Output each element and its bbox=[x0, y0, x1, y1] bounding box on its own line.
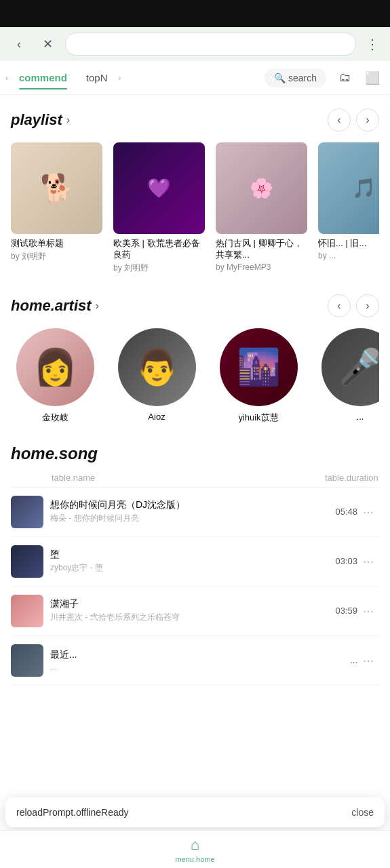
artist-avatar-4: 🎤 bbox=[321, 328, 380, 406]
playlist-nav-arrows: ‹ › bbox=[328, 108, 379, 132]
list-item[interactable]: 💜 欧美系 | 歌荒患者必备良药 by 刘明野 bbox=[113, 142, 205, 274]
list-item[interactable]: 🐕 测试歌单标题 by 刘明野 bbox=[11, 142, 102, 274]
song-meta-3: 川井憲次 - 弐拾壱乐系列之乐临苍穹 bbox=[50, 612, 324, 623]
song-duration-1: 05:48 bbox=[324, 507, 357, 517]
toast-close-button[interactable]: close bbox=[351, 807, 374, 818]
artist-name-3: yihuik苡慧 bbox=[238, 412, 278, 424]
table-row[interactable]: 堕 zyboy忠宇 - 堕 03:03 ··· bbox=[11, 537, 379, 587]
search-button[interactable]: 🔍 search bbox=[265, 68, 326, 87]
playlist-cover-3: 🌸 bbox=[216, 142, 307, 234]
status-bar bbox=[0, 0, 390, 27]
song-info-4: 最近... ... bbox=[50, 649, 324, 672]
song-more-button-1[interactable]: ··· bbox=[357, 501, 379, 523]
song-info-3: 潇湘子 川井憲次 - 弐拾壱乐系列之乐临苍穹 bbox=[50, 598, 324, 623]
song-info-2: 堕 zyboy忠宇 - 堕 bbox=[50, 549, 324, 574]
tab-left-arrow: ‹ bbox=[5, 73, 8, 83]
artist-name-4: ... bbox=[357, 412, 364, 422]
artist-scroll: 👩 金玫岐 👨 Aioz 🌆 yihuik苡慧 🎤 ... bbox=[11, 328, 379, 424]
home-icon: ⌂ bbox=[191, 836, 199, 854]
song-section: home.song table.name table.duration 想你的时… bbox=[0, 431, 390, 692]
artist-avatar-1: 👩 bbox=[16, 328, 94, 406]
playlist-next-button[interactable]: › bbox=[356, 108, 379, 132]
tabs-row: ‹ commend topN › 🔍 search 🗂 ⬜ bbox=[0, 61, 390, 95]
artist-next-button[interactable]: › bbox=[356, 294, 379, 317]
playlist-cover-1: 🐕 bbox=[11, 142, 102, 234]
song-meta-4: ... bbox=[50, 663, 324, 672]
artist-name-2: Aioz bbox=[148, 412, 165, 422]
list-item[interactable]: 🎤 ... bbox=[316, 328, 379, 424]
song-more-button-3[interactable]: ··· bbox=[357, 600, 379, 622]
playlist-section: playlist › ‹ › 🐕 测试歌单标题 by 刘明野 💜 欧美系 | 歌… bbox=[0, 95, 390, 281]
browser-chrome: ‹ ✕ ⋮ bbox=[0, 27, 390, 61]
artist-name-1: 金玫岐 bbox=[42, 412, 69, 424]
playlist-title-3: 热门古风 | 卿卿于心，共享繁... bbox=[216, 238, 307, 261]
song-more-button-4[interactable]: ··· bbox=[357, 650, 379, 671]
col-duration-header: table.duration bbox=[325, 473, 379, 483]
song-duration-4: ... bbox=[324, 655, 357, 665]
display-icon-button[interactable]: ⬜ bbox=[360, 66, 385, 90]
table-row[interactable]: 想你的时候问月亮（DJ沈念版） 梅朵 - 想你的时候问月亮 05:48 ··· bbox=[11, 488, 379, 537]
playlist-author-3: by MyFreeMP3 bbox=[216, 262, 307, 272]
artist-title[interactable]: home.artist › bbox=[11, 297, 99, 315]
tab-topN[interactable]: topN bbox=[78, 66, 116, 89]
song-name-2: 堕 bbox=[50, 549, 324, 561]
display-icon: ⬜ bbox=[365, 71, 380, 85]
song-info-1: 想你的时候问月亮（DJ沈念版） 梅朵 - 想你的时候问月亮 bbox=[50, 499, 324, 524]
table-row[interactable]: 潇湘子 川井憲次 - 弐拾壱乐系列之乐临苍穹 03:59 ··· bbox=[11, 587, 379, 636]
playlist-author-4: by ... bbox=[318, 251, 379, 260]
playlist-scroll: 🐕 测试歌单标题 by 刘明野 💜 欧美系 | 歌荒患者必备良药 by 刘明野 … bbox=[11, 142, 379, 274]
song-meta-2: zyboy忠宇 - 堕 bbox=[50, 562, 324, 574]
artist-prev-button[interactable]: ‹ bbox=[328, 294, 351, 317]
song-thumb-4 bbox=[11, 644, 43, 677]
song-table-header: table.name table.duration bbox=[11, 469, 379, 488]
playlist-title-4: 怀旧... | 旧... bbox=[318, 238, 379, 250]
list-item[interactable]: 🌆 yihuik苡慧 bbox=[214, 328, 303, 424]
col-name-header: table.name bbox=[11, 473, 325, 483]
bottom-nav-home-label: menu.home bbox=[175, 855, 214, 863]
song-thumb-1 bbox=[11, 496, 43, 528]
bottom-nav: ⌂ menu.home bbox=[0, 830, 390, 868]
back-button[interactable]: ‹ bbox=[8, 33, 30, 55]
list-item[interactable]: 🎵 怀旧... | 旧... by ... bbox=[318, 142, 379, 274]
artist-section: home.artist › ‹ › 👩 金玫岐 👨 Aioz bbox=[0, 281, 390, 431]
artist-avatar-3: 🌆 bbox=[220, 328, 298, 406]
song-more-button-2[interactable]: ··· bbox=[357, 551, 379, 572]
tab-right-arrow: › bbox=[119, 73, 121, 83]
playlist-cover-2: 💜 bbox=[113, 142, 205, 234]
history-icon: 🗂 bbox=[339, 71, 351, 85]
address-bar[interactable] bbox=[65, 33, 356, 56]
song-name-1: 想你的时候问月亮（DJ沈念版） bbox=[50, 499, 324, 511]
playlist-author-1: by 刘明野 bbox=[11, 251, 102, 262]
offline-toast: reloadPrompt.offlineReady close bbox=[5, 797, 385, 827]
playlist-title-2: 欧美系 | 歌荒患者必备良药 bbox=[113, 238, 205, 261]
table-row[interactable]: 最近... ... ... ··· bbox=[11, 636, 379, 686]
artist-nav-arrows: ‹ › bbox=[328, 294, 379, 317]
tab-commend[interactable]: commend bbox=[11, 66, 75, 89]
song-thumb-2 bbox=[11, 545, 43, 578]
playlist-title-1: 测试歌单标题 bbox=[11, 238, 102, 250]
song-meta-1: 梅朵 - 想你的时候问月亮 bbox=[50, 513, 324, 524]
playlist-title[interactable]: playlist › bbox=[11, 111, 70, 129]
playlist-author-2: by 刘明野 bbox=[113, 262, 205, 274]
artist-header: home.artist › ‹ › bbox=[11, 294, 379, 317]
browser-menu-button[interactable]: ⋮ bbox=[363, 35, 382, 54]
song-duration-3: 03:59 bbox=[324, 606, 357, 616]
playlist-prev-button[interactable]: ‹ bbox=[328, 108, 351, 132]
song-duration-2: 03:03 bbox=[324, 556, 357, 566]
artist-avatar-2: 👨 bbox=[118, 328, 196, 406]
close-tab-button[interactable]: ✕ bbox=[37, 33, 58, 55]
song-thumb-3 bbox=[11, 595, 43, 627]
list-item[interactable]: 👩 金玫岐 bbox=[11, 328, 99, 424]
search-icon: 🔍 bbox=[274, 73, 286, 83]
playlist-header: playlist › ‹ › bbox=[11, 108, 379, 132]
playlist-cover-4: 🎵 bbox=[318, 142, 379, 234]
list-item[interactable]: 👨 Aioz bbox=[113, 328, 201, 424]
list-item[interactable]: 🌸 热门古风 | 卿卿于心，共享繁... by MyFreeMP3 bbox=[216, 142, 307, 274]
bottom-nav-home[interactable]: ⌂ menu.home bbox=[175, 836, 214, 863]
history-icon-button[interactable]: 🗂 bbox=[333, 66, 357, 90]
song-name-3: 潇湘子 bbox=[50, 598, 324, 610]
song-name-4: 最近... bbox=[50, 649, 324, 661]
song-section-title: home.song bbox=[11, 444, 379, 463]
toast-message: reloadPrompt.offlineReady bbox=[16, 807, 345, 818]
